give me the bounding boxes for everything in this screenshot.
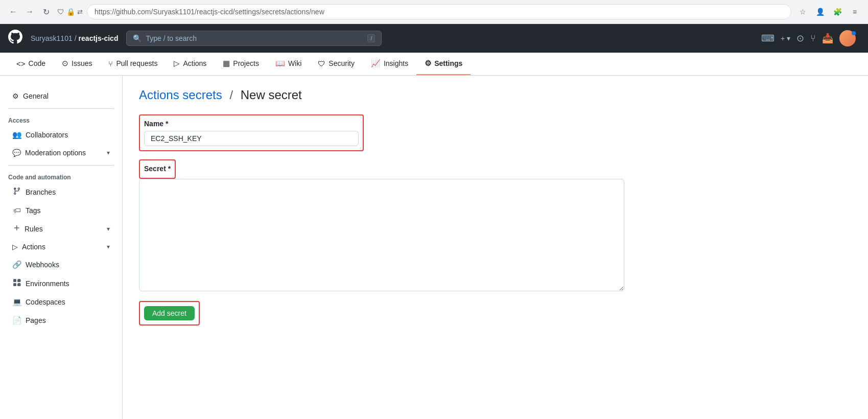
sidebar-item-webhooks[interactable]: 🔗 Webhooks: [4, 256, 118, 273]
rules-item-left: Rules: [12, 224, 43, 234]
rules-icon: [12, 224, 20, 234]
shield-icon: 🛡: [57, 8, 64, 16]
page-title: Actions secrets / New secret: [139, 88, 852, 102]
nav-item-insights[interactable]: 📈 Insights: [363, 53, 416, 75]
sidebar-item-branches[interactable]: Branches: [4, 183, 118, 201]
search-placeholder: Type / to search: [146, 34, 363, 42]
sidebar-item-rules[interactable]: Rules ▾: [4, 220, 118, 238]
pr-icon: ⑂: [108, 59, 113, 68]
nav-label-insights: Insights: [384, 59, 408, 67]
menu-icon[interactable]: ≡: [848, 5, 862, 19]
sidebar-item-codespaces[interactable]: 💻 Codespaces: [4, 293, 118, 311]
security-nav-icon: 🛡: [318, 59, 325, 68]
nav-label-projects: Projects: [233, 59, 259, 67]
pull-requests-header-button[interactable]: ⑂: [810, 33, 816, 44]
sidebar-label-rules: Rules: [25, 225, 43, 233]
add-secret-button[interactable]: Add secret: [144, 306, 195, 320]
nav-label-actions: Actions: [183, 59, 206, 67]
browser-chrome: ← → ↻ 🛡 🔒 ⇄ https://github.com/Suryask11…: [0, 0, 868, 24]
secret-input[interactable]: [139, 179, 624, 291]
name-form-group: Name *: [139, 114, 852, 151]
search-box[interactable]: 🔍 Type / to search /: [126, 31, 382, 46]
branches-icon: [12, 187, 21, 197]
org-name[interactable]: Suryask1101: [31, 34, 73, 42]
sidebar-section-access: Access: [0, 113, 122, 126]
forward-button[interactable]: →: [22, 5, 37, 19]
extension-icon: ⇄: [77, 8, 83, 16]
nav-item-settings[interactable]: ⚙ Settings: [416, 53, 471, 75]
moderation-chevron: ▾: [107, 149, 110, 156]
browser-toolbar-right: ☆ 👤 🧩 ≡: [795, 5, 862, 19]
breadcrumb-link[interactable]: Actions secrets: [139, 88, 222, 102]
notification-dot: [852, 31, 856, 35]
tags-icon: 🏷: [12, 206, 21, 215]
path-separator: /: [75, 34, 77, 42]
secret-highlight-box: Secret *: [139, 159, 176, 179]
issues-button[interactable]: ⊙: [796, 33, 804, 44]
sidebar-label-pages: Pages: [26, 316, 46, 324]
nav-item-issues[interactable]: ⊙ Issues: [54, 53, 100, 75]
name-highlight-box: Name *: [139, 114, 364, 151]
sidebar-item-general[interactable]: ⚙ General: [4, 88, 118, 104]
sidebar-item-actions[interactable]: ▷ Actions ▾: [4, 239, 118, 255]
nav-label-issues: Issues: [72, 59, 92, 67]
codespaces-icon: 💻: [12, 297, 21, 307]
sidebar-item-environments[interactable]: Environments: [4, 274, 118, 292]
sidebar-divider-1: [8, 108, 114, 109]
nav-label-wiki: Wiki: [288, 59, 301, 67]
nav-item-security[interactable]: 🛡 Security: [310, 53, 363, 75]
actions-chevron: ▾: [107, 243, 110, 250]
moderation-icon: 💬: [12, 149, 21, 157]
extensions-icon[interactable]: 🧩: [830, 5, 844, 19]
repo-name[interactable]: reactjs-cicd: [79, 34, 119, 42]
nav-label-security: Security: [329, 59, 355, 67]
header-actions: ⌨ + ▾ ⊙ ⑂ 📥: [761, 30, 860, 46]
search-slash-hint: /: [367, 34, 375, 42]
moderation-item-left: 💬 Moderation options: [12, 149, 86, 157]
sidebar-label-general: General: [23, 92, 49, 100]
actions-button-group: Add secret: [139, 301, 200, 325]
create-new-button[interactable]: + ▾: [781, 34, 790, 42]
collaborators-icon: 👥: [12, 130, 21, 139]
sidebar-item-tags[interactable]: 🏷 Tags: [4, 202, 118, 219]
main-layout: ⚙ General Access 👥 Collaborators 💬 Moder…: [0, 76, 868, 419]
reload-button[interactable]: ↻: [39, 5, 53, 19]
name-input[interactable]: [144, 131, 359, 146]
sidebar-label-collaborators: Collaborators: [26, 131, 68, 139]
sidebar-label-tags: Tags: [26, 206, 41, 215]
repo-nav: <> Code ⊙ Issues ⑂ Pull requests ▷ Actio…: [0, 53, 868, 76]
sidebar-item-moderation[interactable]: 💬 Moderation options ▾: [4, 145, 118, 161]
sidebar-item-collaborators[interactable]: 👥 Collaborators: [4, 126, 118, 144]
inbox-button[interactable]: 📥: [822, 33, 833, 44]
settings-sidebar: ⚙ General Access 👥 Collaborators 💬 Moder…: [0, 76, 123, 419]
actions-nav-icon: ▷: [174, 59, 180, 68]
nav-label-code: Code: [29, 59, 45, 67]
webhooks-icon: 🔗: [12, 260, 21, 269]
nav-item-actions[interactable]: ▷ Actions: [166, 53, 215, 75]
sidebar-label-codespaces: Codespaces: [26, 298, 65, 306]
search-icon: 🔍: [133, 34, 142, 42]
sidebar-item-pages[interactable]: 📄 Pages: [4, 312, 118, 329]
page-title-text: New secret: [241, 88, 302, 102]
github-logo[interactable]: [8, 30, 22, 47]
address-bar[interactable]: https://github.com/Suryask1101/reactjs-c…: [87, 4, 791, 19]
terminal-button[interactable]: ⌨: [761, 33, 775, 44]
bookmark-icon[interactable]: ☆: [795, 5, 810, 19]
projects-icon: ▦: [223, 59, 230, 68]
nav-item-pull-requests[interactable]: ⑂ Pull requests: [100, 53, 166, 75]
environments-icon: [12, 278, 21, 288]
pages-icon: 📄: [12, 316, 21, 325]
profile-icon[interactable]: 👤: [813, 5, 827, 19]
settings-nav-icon: ⚙: [425, 59, 431, 68]
insights-icon: 📈: [371, 59, 381, 68]
nav-item-wiki[interactable]: 📖 Wiki: [267, 53, 310, 75]
nav-item-code[interactable]: <> Code: [8, 53, 54, 75]
security-icons: 🛡 🔒 ⇄: [57, 8, 83, 16]
repo-path: Suryask1101 / reactjs-cicd: [31, 34, 118, 42]
sidebar-label-webhooks: Webhooks: [26, 261, 59, 269]
code-icon: <>: [16, 59, 26, 68]
wiki-icon: 📖: [275, 59, 285, 68]
nav-item-projects[interactable]: ▦ Projects: [215, 53, 267, 75]
back-button[interactable]: ←: [6, 5, 20, 19]
actions-item-left: ▷ Actions: [12, 243, 45, 251]
